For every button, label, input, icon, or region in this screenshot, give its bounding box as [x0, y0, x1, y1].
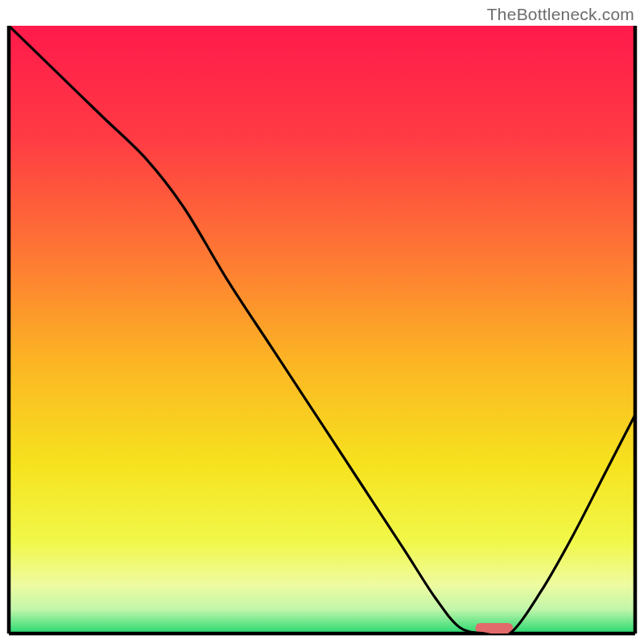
chart-container: TheBottleneck.com [0, 0, 644, 644]
watermark-label: TheBottleneck.com [487, 5, 634, 24]
bottleneck-chart [0, 0, 644, 644]
